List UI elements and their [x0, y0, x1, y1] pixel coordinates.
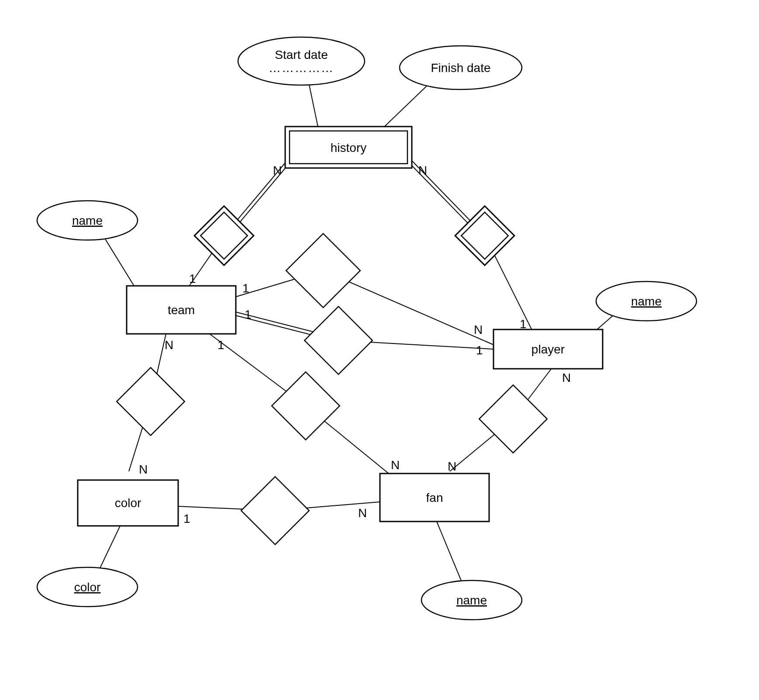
card-color-N: N	[139, 463, 148, 476]
card-history-right-N: N	[418, 164, 427, 177]
card-team-d1-1: 1	[242, 281, 249, 295]
rel-player-fan	[479, 385, 547, 453]
card-player-left-N: N	[474, 323, 483, 336]
attr-team-name-label: name	[72, 214, 103, 227]
svg-rect-33	[479, 385, 547, 453]
card-fan-color-N: N	[358, 506, 367, 520]
entity-color-label: color	[115, 496, 141, 510]
card-fan-team-N: N	[391, 458, 400, 472]
rel-color-fan	[241, 477, 309, 545]
svg-line-23	[98, 526, 120, 572]
entity-history-label: history	[331, 141, 366, 154]
entity-player-label: player	[531, 343, 565, 356]
svg-line-8	[100, 231, 135, 288]
card-team-d2-1: 1	[245, 308, 252, 321]
card-player-up-1: 1	[520, 317, 527, 331]
svg-rect-29	[286, 233, 360, 308]
entity-fan-label: fan	[426, 491, 443, 504]
svg-rect-32	[272, 372, 340, 440]
attr-finish-date-label: Finish date	[431, 61, 491, 75]
card-team-up-1: 1	[189, 272, 196, 285]
card-player-d2-1: 1	[476, 343, 483, 357]
svg-rect-30	[304, 306, 373, 374]
rel-team-player-1	[286, 233, 360, 308]
svg-rect-34	[241, 477, 309, 545]
weak-rel-left	[194, 206, 254, 265]
card-player-fan-N: N	[562, 371, 571, 384]
attr-start-date-label: Start date	[275, 48, 328, 62]
svg-rect-31	[117, 367, 185, 436]
attr-color-color-label: color	[74, 580, 101, 594]
card-team-down-1: 1	[217, 338, 224, 352]
svg-rect-26	[200, 212, 247, 259]
svg-line-0	[308, 79, 319, 131]
rel-team-fan	[272, 372, 340, 440]
card-history-left-N: N	[273, 164, 282, 177]
rel-team-player-2	[304, 306, 373, 374]
er-diagram: Start date …………… Finish date name name c…	[0, 0, 759, 700]
rel-team-color	[117, 367, 185, 436]
attr-start-date-dots: ……………	[269, 61, 334, 75]
attr-fan-name-label: name	[456, 594, 487, 607]
entity-team-label: team	[168, 303, 195, 317]
card-color-fan-1: 1	[183, 512, 190, 525]
card-fan-player-N: N	[448, 460, 456, 473]
card-team-color-N: N	[165, 338, 173, 352]
svg-line-24	[437, 522, 463, 585]
attr-player-name-label: name	[631, 295, 662, 308]
